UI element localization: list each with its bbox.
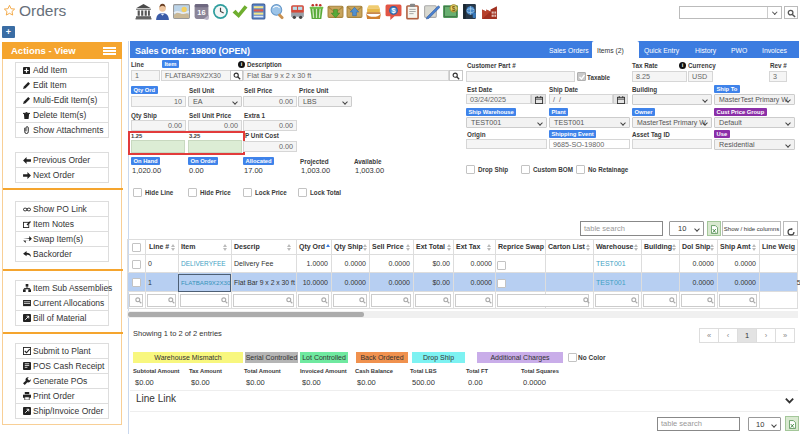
svg-text:16: 16 bbox=[197, 8, 205, 17]
svg-text:$: $ bbox=[452, 5, 456, 13]
